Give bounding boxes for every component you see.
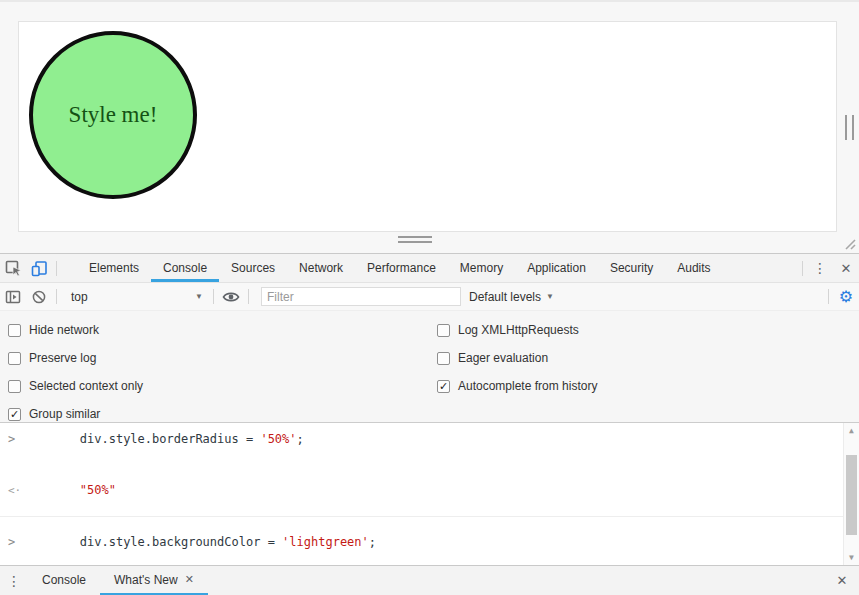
log-levels-selector[interactable]: Default levels ▼	[469, 290, 554, 304]
console-filter-input[interactable]	[261, 287, 461, 306]
divider	[828, 289, 829, 304]
setting-label: Selected context only	[29, 379, 143, 393]
divider	[56, 261, 57, 276]
command-string: '50%'	[260, 432, 296, 446]
setting-autocomplete-from-history[interactable]: ✓ Autocomplete from history	[437, 372, 859, 400]
command-string: 'lightgreen'	[282, 535, 369, 549]
tab-network[interactable]: Network	[287, 254, 355, 282]
divider	[213, 289, 214, 304]
live-expression-button[interactable]	[218, 290, 244, 304]
drawer-tab-whats-new[interactable]: What's New ✕	[100, 566, 208, 595]
command-code: div.style.borderRadius =	[80, 432, 261, 446]
checkbox[interactable]	[8, 380, 21, 393]
setting-label: Log XMLHttpRequests	[458, 323, 579, 337]
setting-log-xmlhttprequests[interactable]: Log XMLHttpRequests	[437, 316, 859, 344]
chevron-down-icon: ▼	[195, 292, 203, 301]
settings-right-column: Log XMLHttpRequests Eager evaluation ✓ A…	[437, 316, 859, 428]
inspect-element-button[interactable]	[0, 254, 26, 282]
console-settings-panel: Hide network Preserve log Selected conte…	[0, 311, 859, 423]
setting-eager-evaluation[interactable]: Eager evaluation	[437, 344, 859, 372]
result-panel: Style me!	[18, 21, 837, 232]
page-preview: Style me!	[0, 0, 859, 253]
command-code: div.style.backgroundColor =	[80, 535, 282, 549]
console-entry: >div.style.backgroundColor = 'lightgreen…	[0, 517, 843, 565]
setting-hide-network[interactable]: Hide network	[8, 316, 437, 344]
setting-label: Autocomplete from history	[458, 379, 597, 393]
setting-label: Hide network	[29, 323, 99, 337]
device-toolbar-icon	[31, 260, 48, 277]
kebab-menu-icon: ⋮	[813, 260, 827, 276]
tab-console[interactable]: Console	[151, 254, 219, 282]
checkbox[interactable]	[437, 352, 450, 365]
horizontal-resize-handle[interactable]	[398, 236, 432, 243]
console-log[interactable]: >div.style.borderRadius = '50%'; <·"50%"…	[0, 423, 859, 565]
tab-memory[interactable]: Memory	[448, 254, 515, 282]
settings-left-column: Hide network Preserve log Selected conte…	[8, 316, 437, 428]
close-icon: ✕	[837, 573, 848, 588]
clear-console-button[interactable]	[26, 289, 52, 305]
console-scrollbar[interactable]: ▲ ▼	[843, 423, 859, 565]
drawer-menu-button[interactable]: ⋮	[0, 566, 28, 595]
inspect-cursor-icon	[5, 260, 22, 277]
console-command: >div.style.borderRadius = '50%';	[0, 423, 843, 465]
drawer-tabbar: ⋮ Console What's New ✕ ✕	[0, 565, 859, 595]
result-value: "50%"	[80, 483, 116, 497]
checkbox-checked[interactable]: ✓	[8, 408, 21, 421]
checkbox[interactable]	[8, 352, 21, 365]
styled-circle: Style me!	[29, 31, 197, 199]
setting-label: Preserve log	[29, 351, 96, 365]
setting-preserve-log[interactable]: Preserve log	[8, 344, 437, 372]
execution-context-selector[interactable]: top ▼	[61, 290, 209, 304]
checkbox[interactable]	[8, 324, 21, 337]
scrollbar-thumb[interactable]	[846, 455, 857, 535]
divider	[248, 289, 249, 304]
console-result: <·"50%"	[0, 465, 843, 516]
devtools-menu-button[interactable]: ⋮	[807, 254, 833, 282]
devtools-close-button[interactable]: ✕	[833, 254, 859, 282]
tab-application[interactable]: Application	[515, 254, 598, 282]
console-settings-button[interactable]: ⚙	[833, 289, 859, 305]
clear-icon	[31, 289, 47, 305]
command-chevron-icon: >	[8, 535, 15, 550]
eye-icon	[222, 290, 240, 304]
close-tab-icon[interactable]: ✕	[185, 573, 194, 586]
setting-selected-context-only[interactable]: Selected context only	[8, 372, 437, 400]
tab-security[interactable]: Security	[598, 254, 665, 282]
command-chevron-icon: >	[8, 432, 15, 447]
console-toolbar: top ▼ Default levels ▼ ⚙	[0, 283, 859, 311]
checkbox[interactable]	[437, 324, 450, 337]
console-sidebar-toggle-button[interactable]	[0, 289, 26, 305]
scrollbar-down-arrow[interactable]: ▼	[844, 553, 859, 562]
setting-label: Eager evaluation	[458, 351, 548, 365]
vertical-resize-handle[interactable]	[845, 115, 854, 140]
devtools-panel: Elements Console Sources Network Perform…	[0, 253, 859, 595]
drawer-close-button[interactable]: ✕	[829, 566, 855, 595]
tab-sources[interactable]: Sources	[219, 254, 287, 282]
chevron-down-icon: ▼	[546, 292, 554, 301]
scrollbar-up-arrow[interactable]: ▲	[844, 426, 859, 435]
circle-text: Style me!	[69, 102, 158, 128]
setting-label: Group similar	[29, 407, 100, 421]
tab-performance[interactable]: Performance	[355, 254, 448, 282]
divider	[56, 289, 57, 304]
tab-elements[interactable]: Elements	[77, 254, 151, 282]
gear-icon: ⚙	[839, 289, 853, 305]
divider	[802, 261, 803, 276]
console-command: >div.style.backgroundColor = 'lightgreen…	[0, 517, 843, 565]
close-icon: ✕	[841, 261, 852, 276]
context-label: top	[71, 290, 88, 304]
drawer-tab-console[interactable]: Console	[28, 566, 100, 595]
checkbox-checked[interactable]: ✓	[437, 380, 450, 393]
device-toolbar-button[interactable]	[26, 254, 52, 282]
sidebar-panel-icon	[5, 289, 21, 305]
return-arrow-icon: <·	[8, 483, 21, 498]
devtools-tabbar: Elements Console Sources Network Perform…	[0, 254, 859, 283]
tab-audits[interactable]: Audits	[665, 254, 722, 282]
corner-resize-icon[interactable]	[841, 235, 856, 250]
kebab-menu-icon: ⋮	[7, 573, 21, 589]
console-entry: >div.style.borderRadius = '50%'; <·"50%"	[0, 423, 843, 517]
levels-label: Default levels	[469, 290, 541, 304]
